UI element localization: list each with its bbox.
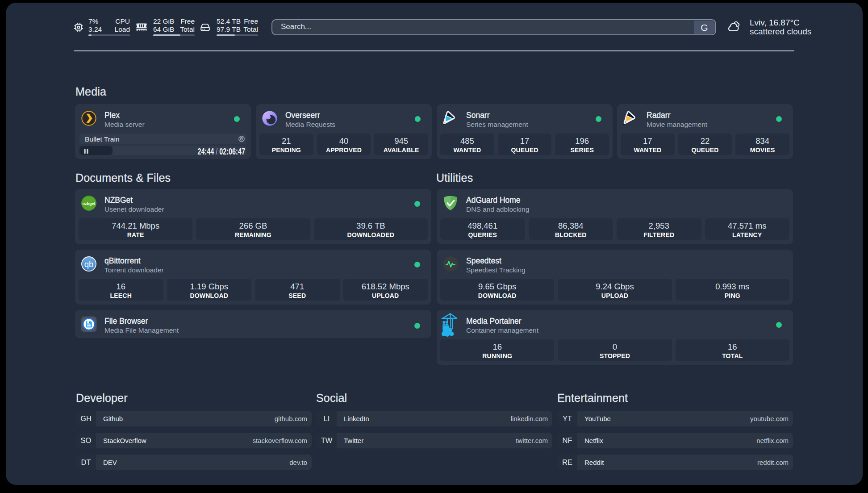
svg-text:qb: qb — [84, 259, 94, 269]
svg-text:nzbget: nzbget — [83, 201, 96, 206]
